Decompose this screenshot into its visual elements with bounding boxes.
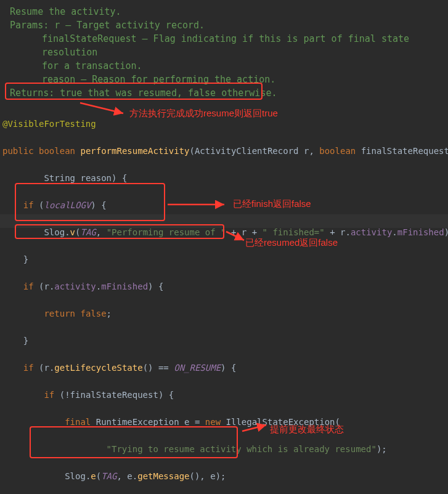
doc-line: Resume the activity. bbox=[10, 5, 438, 18]
code-line: "Trying to resume activity which is alre… bbox=[2, 442, 448, 456]
code-body: @VisibleForTesting public boolean perfor… bbox=[0, 103, 448, 494]
code-line: if (r.activity.mFinished) { bbox=[2, 280, 448, 293]
code-line: if (localLOGV) { bbox=[2, 198, 448, 212]
code-line: @VisibleForTesting bbox=[2, 117, 448, 131]
code-line: if (!finalStateRequest) { bbox=[2, 388, 448, 402]
code-line: return false; bbox=[2, 307, 448, 320]
doc-line: for a transaction. bbox=[10, 59, 438, 73]
code-line: } bbox=[2, 253, 448, 266]
doc-line: Params: r – Target activity record. bbox=[10, 18, 438, 32]
code-line: if (r.getLifecycleState() == ON_RESUME) … bbox=[2, 361, 448, 375]
code-line: final RuntimeException e = new IllegalSt… bbox=[2, 415, 448, 429]
code-line: String reason) { bbox=[2, 171, 448, 185]
doc-comment-block: Resume the activity. Params: r – Target … bbox=[0, 0, 448, 103]
doc-line: Returns: true that was resumed, false ot… bbox=[10, 86, 438, 100]
code-line: Slog.e(TAG, e.getMessage(), e); bbox=[2, 469, 448, 483]
code-line: public boolean performResumeActivity(Act… bbox=[2, 144, 448, 158]
doc-line: finalStateRequest – Flag indicating if t… bbox=[10, 32, 438, 59]
code-line: Slog.v(TAG, "Performing resume of " + r … bbox=[2, 225, 448, 239]
code-line: } bbox=[2, 334, 448, 347]
doc-line: reason – Reason for performing the actio… bbox=[10, 73, 438, 86]
